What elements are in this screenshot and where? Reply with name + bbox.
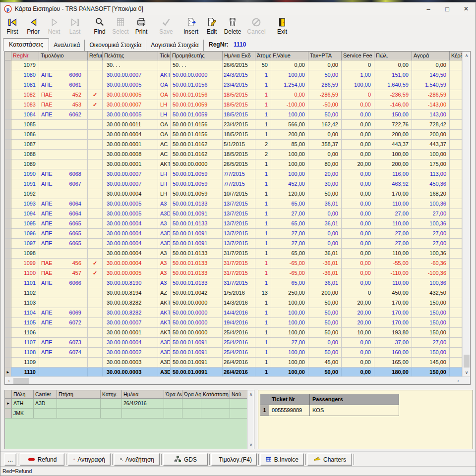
cell-issue-date[interactable]: 18/5/2015 bbox=[223, 100, 255, 110]
column-header-f_value[interactable]: Tax+PTA bbox=[308, 52, 342, 60]
scroll-up-icon[interactable]: ∧ bbox=[463, 52, 471, 59]
cell-f-value[interactable]: 100,00 bbox=[271, 358, 308, 368]
cell-supplier[interactable]: 50.00.01.0133 bbox=[171, 199, 223, 209]
cell-purchase[interactable]: -286,59 bbox=[412, 90, 450, 100]
cell-sale[interactable]: 0,00 bbox=[374, 60, 412, 70]
cell-supplier[interactable]: 50.00.01.0091 bbox=[171, 338, 223, 348]
cell-ticket[interactable]: A3D bbox=[158, 348, 171, 358]
cell-service-fee[interactable]: 20,00 bbox=[342, 298, 374, 308]
cell-client[interactable]: 30.00.00.0007 bbox=[103, 100, 158, 110]
cell-ticket[interactable]: A3 bbox=[158, 199, 171, 209]
cell-profit[interactable] bbox=[450, 159, 462, 169]
table-row[interactable]: 1094ΑΠΕ606430.00.00.0005A3D50.00.01.0091… bbox=[5, 209, 462, 219]
cell-purchase[interactable]: 450,36 bbox=[412, 179, 450, 189]
cell-ticket[interactable]: LH bbox=[158, 189, 171, 199]
cell-persons[interactable]: 2 bbox=[255, 140, 271, 150]
row-selector[interactable]: ► bbox=[5, 368, 11, 376]
cell-f-value[interactable]: 100,00 bbox=[271, 70, 308, 80]
table-row[interactable]: 110630.00.00.0001AKT50.00.00.000025/4/20… bbox=[5, 328, 462, 338]
cell-persons[interactable]: 1 bbox=[255, 259, 271, 268]
cell-persons[interactable]: 1 bbox=[255, 169, 271, 179]
table-row[interactable]: 1081ΑΠΕ606130.00.00.0005OA50.00.01.01562… bbox=[5, 80, 462, 90]
row-selector[interactable] bbox=[5, 70, 11, 80]
table-row[interactable]: 108530.00.00.0011OA50.00.01.015623/4/201… bbox=[5, 120, 462, 130]
cell-supplier[interactable]: 50.00.01.0133 bbox=[171, 249, 223, 259]
cell-invoice[interactable] bbox=[39, 150, 88, 159]
cell-client[interactable]: 30.00.00.0007 bbox=[103, 318, 158, 328]
cell-supplier[interactable]: 50.00.01.0162 bbox=[171, 150, 223, 159]
cell-tax-pta[interactable]: 0,00 bbox=[308, 229, 342, 239]
cell-purchase[interactable]: -100,36 bbox=[412, 268, 450, 278]
cell-ticket-nr[interactable]: 0055599889 bbox=[269, 405, 310, 416]
cell-invoice[interactable]: ΑΠΕ6064 bbox=[39, 209, 88, 219]
cell-sale[interactable]: 27,00 bbox=[374, 209, 412, 219]
row-selector[interactable] bbox=[5, 100, 11, 110]
cell-client[interactable]: 30.00.00.0003 bbox=[103, 368, 158, 376]
cell-sale[interactable]: 463,92 bbox=[374, 179, 412, 189]
cell-persons[interactable]: 1 bbox=[255, 239, 271, 249]
cell-invoice[interactable] bbox=[39, 140, 88, 150]
cell-invoice[interactable]: ΑΠΕ6066 bbox=[39, 278, 88, 288]
cell-invoice[interactable]: ΑΠΕ6073 bbox=[39, 338, 88, 348]
cell-purchase[interactable]: 145,00 bbox=[412, 358, 450, 368]
cell-regnr[interactable]: 1102 bbox=[11, 288, 39, 298]
cell-profit[interactable] bbox=[450, 298, 462, 308]
table-row[interactable]: 1084ΑΠΕ606230.00.00.0005LH50.00.01.00591… bbox=[5, 110, 462, 120]
cell-persons[interactable]: 1 bbox=[255, 358, 271, 368]
cell-client[interactable]: 30.00.00.0005 bbox=[103, 199, 158, 209]
cell-f-value[interactable]: 100,00 bbox=[271, 110, 308, 120]
cell-f-value[interactable]: 100,00 bbox=[271, 368, 308, 376]
cell-profit[interactable] bbox=[450, 308, 462, 318]
cell-persons[interactable]: 1 bbox=[255, 318, 271, 328]
cell-purchase[interactable]: 168,20 bbox=[412, 189, 450, 199]
cell-service-fee[interactable]: 0,00 bbox=[342, 338, 374, 348]
row-selector[interactable] bbox=[5, 239, 11, 249]
cell-sale[interactable]: 450,00 bbox=[374, 288, 412, 298]
cell-supplier[interactable]: 50.00.01.0059 bbox=[171, 100, 223, 110]
cell-f-value[interactable]: 100,00 bbox=[271, 328, 308, 338]
cell-client[interactable]: 30.00.00.0004 bbox=[103, 229, 158, 239]
cell-issue-date[interactable]: 23/4/2015 bbox=[223, 120, 255, 130]
cell-profit[interactable] bbox=[450, 140, 462, 150]
row-selector[interactable] bbox=[5, 288, 11, 298]
cell-supplier[interactable]: 50.00.01.0091 bbox=[171, 239, 223, 249]
cell-client[interactable]: 30.00.00.0008 bbox=[103, 150, 158, 159]
scroll-down-icon[interactable]: ∨ bbox=[463, 369, 471, 376]
cell-issue-date[interactable]: 7/7/2015 bbox=[223, 179, 255, 189]
cell-ticket[interactable]: LH bbox=[158, 179, 171, 189]
cell-supplier[interactable]: 50.00.01.0091 bbox=[171, 348, 223, 358]
cell-sale[interactable]: -236,59 bbox=[374, 90, 412, 100]
cell-sale[interactable]: 170,00 bbox=[374, 298, 412, 308]
flight-cell[interactable] bbox=[122, 409, 164, 419]
cell-sale[interactable]: 170,00 bbox=[374, 318, 412, 328]
cell-client[interactable]: 30.00.00.0004 bbox=[103, 130, 158, 140]
scroll-right-icon[interactable]: › bbox=[454, 377, 462, 385]
cell-regnr[interactable]: 1079 bbox=[11, 60, 39, 70]
cell-sale[interactable]: 100,00 bbox=[374, 150, 412, 159]
cell-invoice[interactable] bbox=[39, 328, 88, 338]
cell-invoice[interactable] bbox=[39, 60, 88, 70]
cell-sale[interactable]: 200,00 bbox=[374, 159, 412, 169]
cell-persons[interactable]: 1 bbox=[255, 328, 271, 338]
cell-sale[interactable]: 27,00 bbox=[374, 229, 412, 239]
cell-client[interactable]: 30.00.00.0005 bbox=[103, 110, 158, 120]
cell-supplier[interactable]: 50.00.01.0059 bbox=[171, 189, 223, 199]
cell-profit[interactable] bbox=[450, 328, 462, 338]
cell-profit[interactable] bbox=[450, 249, 462, 259]
flights-column-header[interactable]: Πτήση bbox=[57, 390, 101, 399]
cell-f-value[interactable]: 65,00 bbox=[271, 249, 308, 259]
cell-purchase[interactable]: 443,37 bbox=[412, 140, 450, 150]
cell-ticket[interactable]: A3D bbox=[158, 209, 171, 219]
cell-sale[interactable]: -146,00 bbox=[374, 100, 412, 110]
cell-invoice[interactable] bbox=[39, 288, 88, 298]
column-header-issue_date[interactable]: Άτομα bbox=[255, 52, 271, 60]
row-selector[interactable] bbox=[5, 409, 12, 419]
cell-supplier[interactable]: 50.00.01.0133 bbox=[171, 219, 223, 229]
cell-purchase[interactable]: 150,00 bbox=[412, 328, 450, 338]
vscroll-thumb[interactable] bbox=[464, 355, 470, 368]
cell-refund[interactable] bbox=[88, 110, 103, 120]
flight-row[interactable]: ►ATHA3D26/4/2016 bbox=[5, 399, 254, 409]
cell-invoice[interactable]: ΑΠΕ6065 bbox=[39, 239, 88, 249]
cell-regnr[interactable]: 1094 bbox=[11, 209, 39, 219]
cell-f-value[interactable]: 85,00 bbox=[271, 140, 308, 150]
